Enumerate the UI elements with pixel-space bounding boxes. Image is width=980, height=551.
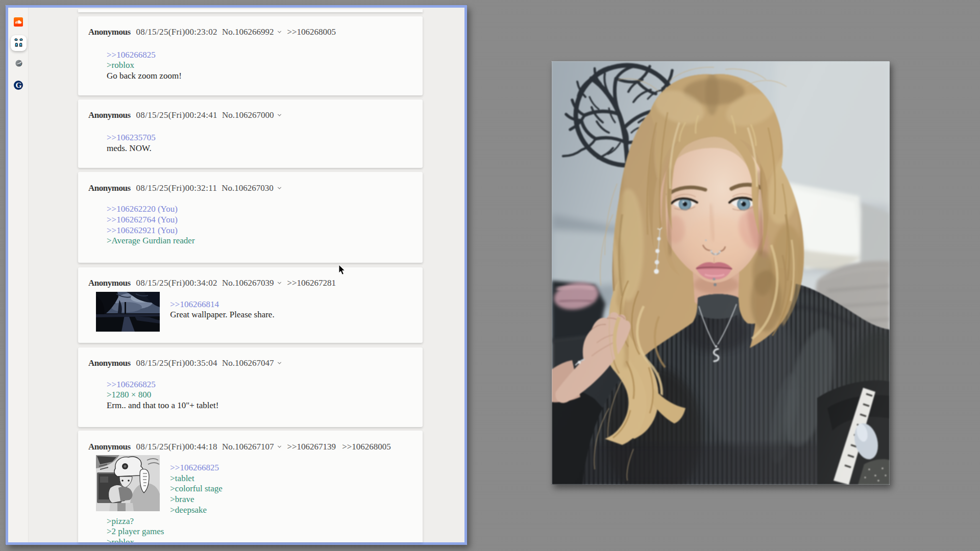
svg-text:G: G <box>16 81 22 89</box>
